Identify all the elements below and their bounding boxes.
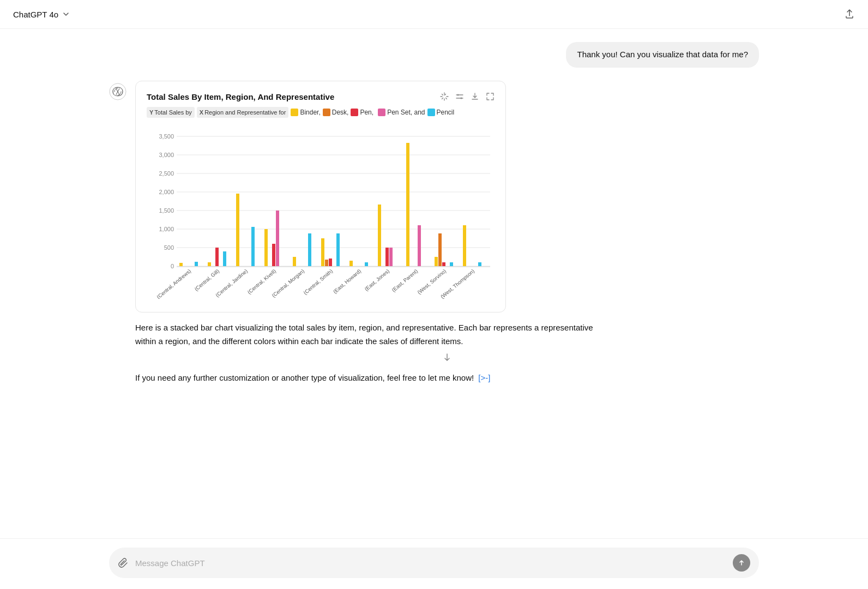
pen-color-swatch [351,109,358,116]
assistant-paragraph-1: Here is a stacked bar chart visualizing … [135,321,604,348]
header-left: ChatGPT 4o [13,10,70,19]
svg-rect-61 [406,143,409,266]
svg-rect-31 [236,194,239,266]
sparkle-icon[interactable] [440,92,449,101]
svg-rect-36 [264,229,268,266]
chat-area: Thank you! Can you visualize that data f… [0,29,868,538]
svg-point-4 [461,97,462,99]
legend-desk: Desk, [323,107,349,118]
send-icon [738,559,745,567]
sliders-icon[interactable] [455,92,464,101]
chart-header: Total Sales By Item, Region, And Represe… [147,92,495,107]
bar-chart-svg: 0 500 1,000 1,500 2,000 [147,124,496,299]
user-bubble: Thank you! Can you visualize that data f… [566,42,759,68]
svg-rect-68 [442,262,445,266]
x-axis-labels: (Central, Andrews) (Central, Gill) (Cent… [155,268,475,299]
legend-binder: Binder, [291,107,320,118]
svg-rect-48 [329,259,332,266]
message-input[interactable]: Message ChatGPT [135,558,726,568]
chart-title: Total Sales By Item, Region, And Represe… [147,92,334,101]
chart-toolbar [440,92,495,101]
header: ChatGPT 4o [0,0,868,29]
chevron-down-icon[interactable] [62,10,70,19]
svg-rect-25 [195,262,198,266]
expand-icon[interactable] [486,92,495,101]
svg-text:(Central, Kivell): (Central, Kivell) [246,268,277,295]
svg-text:(Central, Andrews): (Central, Andrews) [155,268,192,299]
svg-text:(Central, Gill): (Central, Gill) [193,268,220,292]
svg-rect-45 [308,233,311,266]
legend-x-label: Region and Representative for [204,107,286,118]
share-icon[interactable] [844,9,855,20]
assistant-paragraph-2: If you need any further customization or… [135,371,604,385]
desk-color-swatch [323,109,330,116]
svg-text:500: 500 [164,244,174,251]
svg-rect-59 [389,248,393,266]
svg-text:3,000: 3,000 [159,152,174,158]
svg-rect-67 [438,233,442,266]
svg-text:(East, Howard): (East, Howard) [332,268,363,294]
svg-rect-64 [418,225,421,266]
svg-text:(East, Parent): (East, Parent) [390,268,419,293]
legend-penset: Pen Set, and [378,107,425,118]
svg-rect-28 [215,248,219,266]
svg-text:3,500: 3,500 [159,133,174,140]
pencil-label: Pencil [437,107,455,118]
svg-text:1,000: 1,000 [159,226,174,232]
svg-point-3 [457,94,459,95]
legend-pen: Pen, [351,107,373,118]
scroll-down-icon [442,352,453,363]
svg-text:2,000: 2,000 [159,189,174,195]
user-text: Thank you! Can you visualize that data f… [577,50,748,59]
svg-rect-51 [349,261,353,266]
svg-rect-50 [336,233,340,266]
legend-y-axis: Y Total Sales by [147,107,195,118]
chart-svg-wrapper: 0 500 1,000 1,500 2,000 [147,124,495,301]
attach-icon[interactable] [118,557,129,568]
user-message: Thank you! Can you visualize that data f… [109,42,759,68]
svg-rect-41 [293,257,296,266]
svg-rect-55 [365,262,368,266]
svg-text:(West, Sorvino): (West, Sorvino) [416,268,447,295]
svg-text:1,500: 1,500 [159,207,174,214]
penset-label: Pen Set, and [387,107,425,118]
assistant-avatar [109,83,126,100]
penset-color-swatch [378,109,385,116]
binder-color-swatch [291,109,298,116]
svg-rect-47 [325,260,328,266]
svg-rect-38 [272,244,275,266]
citation-link[interactable]: [>-] [478,373,490,382]
svg-rect-30 [223,251,226,266]
svg-text:2,500: 2,500 [159,170,174,177]
svg-rect-66 [435,257,438,266]
svg-text:(East, Jones): (East, Jones) [363,268,390,292]
svg-text:0: 0 [171,263,174,269]
send-button[interactable] [733,554,750,572]
assistant-message: Total Sales By Item, Region, And Represe… [109,81,759,385]
svg-rect-70 [450,262,453,266]
download-icon[interactable] [471,92,479,101]
svg-rect-35 [251,227,255,266]
desk-label: Desk, [332,107,349,118]
svg-text:(Central, Smith): (Central, Smith) [302,268,334,296]
binder-label: Binder, [300,107,320,118]
chart-legend: Y Total Sales by X Region and Representa… [147,107,495,118]
svg-rect-58 [385,248,389,266]
legend-y-label: Total Sales by [154,107,191,118]
app-title: ChatGPT 4o [13,10,58,19]
assistant-content: Total Sales By Item, Region, And Represe… [135,81,759,385]
pencil-color-swatch [427,109,435,116]
svg-rect-21 [179,263,183,266]
legend-pencil: Pencil [427,107,455,118]
svg-rect-46 [321,238,324,266]
scroll-down-indicator[interactable] [135,352,759,363]
pen-label: Pen, [360,107,373,118]
input-bar: Message ChatGPT [0,538,868,589]
chart-card: Total Sales By Item, Region, And Represe… [135,81,506,313]
svg-rect-26 [208,262,211,266]
svg-rect-75 [478,262,481,266]
input-inner: Message ChatGPT [109,548,759,578]
legend-x-axis: X Region and Representative for [197,107,289,118]
svg-rect-56 [378,205,381,266]
svg-rect-71 [463,225,466,266]
